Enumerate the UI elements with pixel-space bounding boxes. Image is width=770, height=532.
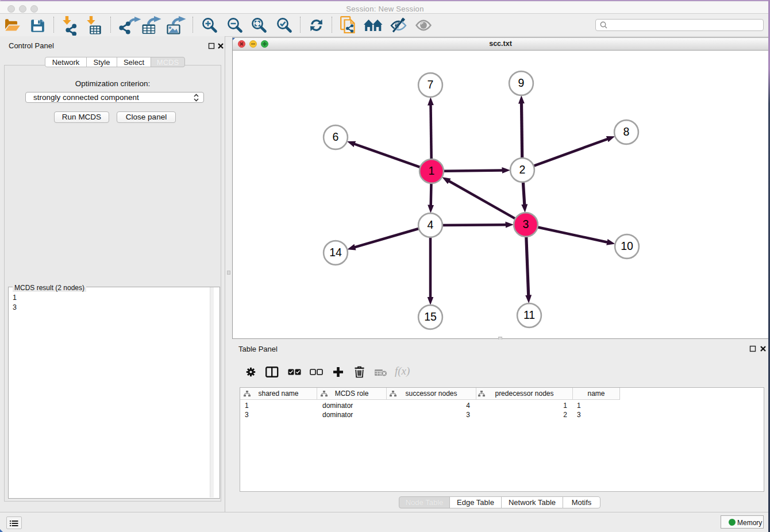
svg-text:9: 9 [518,76,525,89]
svg-text:10: 10 [621,240,633,252]
svg-text:2: 2 [519,163,526,176]
svg-text:1: 1 [429,164,435,177]
svg-text:3: 3 [523,218,529,230]
svg-text:8: 8 [623,125,630,138]
svg-text:15: 15 [424,310,437,323]
svg-text:6: 6 [333,130,339,143]
svg-text:14: 14 [329,246,342,259]
svg-text:7: 7 [428,78,434,91]
svg-text:11: 11 [523,309,535,321]
svg-text:4: 4 [428,218,434,231]
